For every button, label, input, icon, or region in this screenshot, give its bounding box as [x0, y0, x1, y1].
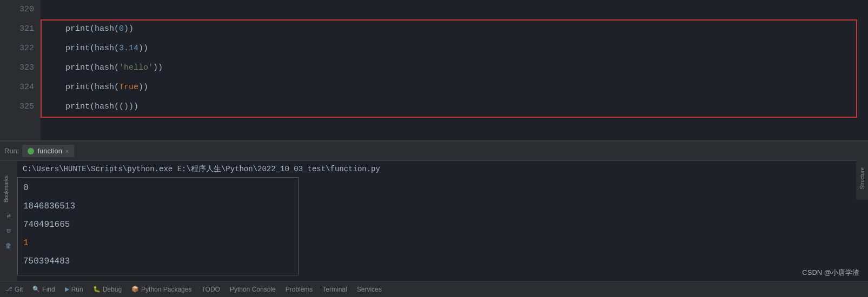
editor-area: 320 321 322 323 324 325 326 print(hash(0…	[0, 0, 868, 140]
run-label: Run:	[4, 147, 19, 155]
line-num-323: 323	[11, 58, 34, 78]
run-tabbar: Run: function ×	[0, 141, 868, 161]
line-num-325: 325	[11, 97, 34, 117]
run-tab-close[interactable]: ×	[65, 148, 69, 154]
bottombar-find[interactable]: 🔍 Find	[32, 286, 55, 293]
num-0: 0	[119, 24, 124, 33]
bottombar-python-console-label: Python Console	[230, 286, 276, 293]
code-line-blank	[46, 117, 868, 136]
output-line-750394483: 750394483	[23, 252, 293, 271]
bool-true: True	[119, 83, 138, 92]
code-line-323: print(hash('hello'))	[46, 58, 868, 78]
code-content[interactable]: print(hash(0)) print(hash(3.14)) print(h…	[41, 0, 868, 140]
str-hello: 'hello'	[119, 63, 153, 72]
num-3-14: 3.14	[119, 44, 138, 53]
line-num-blank: 326	[11, 117, 34, 136]
debug-icon: 🐛	[93, 286, 101, 293]
keyword-print-4: print	[65, 83, 90, 92]
bottombar-services[interactable]: Services	[357, 286, 382, 293]
bottombar-services-label: Services	[357, 286, 382, 293]
run-tab-label: function	[37, 147, 62, 155]
bottombar-run[interactable]: ▶ Run	[65, 286, 83, 293]
line-num-321: 321	[11, 19, 34, 39]
bottombar-todo[interactable]: TODO	[201, 286, 220, 293]
line-numbers: 320 321 322 323 324 325 326	[11, 0, 41, 140]
bottombar-python-packages-label: Python Packages	[141, 286, 191, 293]
line-num-322: 322	[11, 39, 34, 58]
bottombar-terminal[interactable]: Terminal	[322, 286, 347, 293]
run-command: C:\Users\HUNTE\Scripts\python.exe E:\程序人…	[17, 161, 868, 177]
keyword-print: print	[65, 24, 90, 33]
keyword-print-3: print	[65, 63, 90, 72]
print-button[interactable]: ⊟	[3, 225, 15, 237]
output-line-1: 1	[23, 234, 293, 252]
bottombar-problems[interactable]: Problems	[286, 286, 313, 293]
bottombar-run-label: Run	[71, 286, 83, 293]
output-line-1846836513: 1846836513	[23, 197, 293, 215]
rerun-button[interactable]: ⇄	[3, 210, 15, 221]
run-tab-icon	[28, 148, 34, 154]
output-line-0: 0	[23, 179, 293, 197]
watermark: CSDN @小唐学渣	[802, 268, 859, 278]
run-panel: ▶ ↓ ■ ⇄ ⊟ 🗑 Bookmarks C:\Users\HUNTE\Scr…	[0, 161, 868, 281]
structure-label: Structure	[856, 163, 868, 194]
trash-button[interactable]: 🗑	[3, 240, 15, 252]
line-num-324: 324	[11, 78, 34, 97]
git-icon: ⎇	[5, 286, 12, 293]
line-num-320: 320	[11, 0, 34, 19]
run-output: 0 1846836513 740491665 1 750394483	[17, 177, 299, 275]
code-line-324: print(hash(True))	[46, 78, 868, 97]
bottombar-git[interactable]: ⎇ Git	[5, 286, 23, 293]
code-line-325: print(hash(()))	[46, 97, 868, 117]
code-line-320	[46, 0, 868, 19]
output-line-740491665: 740491665	[23, 215, 293, 234]
run-sidebar: ▶ ↓ ■ ⇄ ⊟ 🗑 Bookmarks	[0, 161, 17, 281]
bottombar-debug-label: Debug	[103, 286, 122, 293]
bottombar-problems-label: Problems	[286, 286, 313, 293]
bottombar-todo-label: TODO	[201, 286, 220, 293]
packages-icon: 📦	[131, 286, 139, 293]
bottombar-git-label: Git	[15, 286, 23, 293]
run-icon: ▶	[65, 286, 69, 293]
bottombar-debug[interactable]: 🐛 Debug	[93, 286, 122, 293]
left-sidebar	[0, 0, 11, 140]
bottombar-find-label: Find	[42, 286, 55, 293]
run-output-area: C:\Users\HUNTE\Scripts\python.exe E:\程序人…	[17, 161, 868, 281]
bottombar-terminal-label: Terminal	[322, 286, 347, 293]
find-icon: 🔍	[32, 286, 40, 293]
keyword-print-2: print	[65, 44, 90, 53]
keyword-print-5: print	[65, 102, 90, 111]
run-tab[interactable]: function ×	[22, 145, 74, 157]
code-line-322: print(hash(3.14))	[46, 39, 868, 58]
bottombar-python-packages[interactable]: 📦 Python Packages	[131, 286, 191, 293]
code-panel: 320 321 322 323 324 325 326 print(hash(0…	[11, 0, 868, 140]
code-line-321: print(hash(0))	[46, 19, 868, 39]
bookmarks-label: Bookmarks	[0, 167, 12, 211]
bottom-bar: ⎇ Git 🔍 Find ▶ Run 🐛 Debug 📦 Python Pack…	[0, 281, 868, 297]
bottombar-python-console[interactable]: Python Console	[230, 286, 276, 293]
